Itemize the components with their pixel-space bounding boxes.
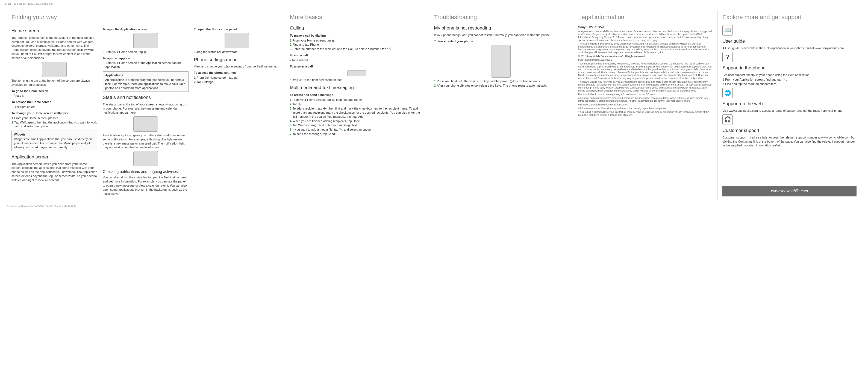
force-restart-step-1: Press and hold both the volume up key an… (434, 79, 568, 83)
answer-call-illustration (347, 70, 366, 76)
msg-step-3: To add a recipient, tap ➕, then find and… (290, 106, 424, 119)
msg-step-4: When you are finished adding recipients,… (290, 119, 424, 123)
access-settings-step-2: Tap Settings. (194, 80, 280, 84)
legal-body-1: Google Play™ is not available in all cou… (578, 30, 712, 42)
force-restart-step-2: After your phone vibrates once, release … (434, 84, 568, 88)
heading-open-app-screen: To open the Application screen (103, 27, 188, 31)
application-screen-description: The Application screen, which you open f… (11, 162, 97, 182)
heading-answer-call: To answer a call (290, 64, 424, 68)
customer-support-description: Customer support – if all else fails. Ac… (722, 135, 857, 148)
heading-end-call: To end a call (290, 53, 424, 57)
heading-open-notification-panel: To open the Notification panel (194, 27, 280, 31)
heading-go-home: To go to the Home screen (11, 89, 97, 93)
preflight-footer: Preflighted by ▮ Elanders ☑ PASSED ☐ FAI… (0, 203, 868, 210)
legal-body-6: All product and company names mentioned … (578, 97, 712, 102)
heading-open-application: To open an application (103, 56, 188, 60)
legal-body-7: Visit www.sonymobile.com for more inform… (578, 103, 712, 106)
wallpaper-step-1: From your Home screen, press ≡. (11, 116, 97, 120)
col-apps-and-status: To open the Application screen From your… (103, 25, 188, 197)
status-description: The status bar at the top of your screen… (103, 102, 188, 115)
heading-support-phone: Support in the phone (722, 65, 857, 71)
legal-body-5: Remove the back cover to see regulatory … (578, 93, 712, 96)
panel-title: Legal information (578, 13, 712, 21)
msg-step-2: Tap ✎. (290, 102, 424, 106)
legal-body-3: Your mobile phone has the capability to … (578, 62, 712, 80)
dial-step-3: Enter the number of the recipient and ta… (290, 47, 424, 51)
heading-customer-support: Customer support (722, 128, 857, 134)
heading-force-restart: To force restart your phone (434, 39, 568, 43)
answer-call-step: Drag ☏ to the right across the screen. (290, 78, 424, 82)
col-notification-settings: To open the Notification panel Drag the … (194, 25, 280, 197)
panel-more-basics: More basics Calling To make a call by di… (285, 10, 429, 200)
heading-access-settings: To access the phone settings (194, 71, 280, 75)
heading-calling: Calling (290, 25, 424, 31)
notification-panel-illustration (225, 33, 249, 49)
legal-copyright: © 2012 Sony Mobile Communications AB. Al… (578, 55, 712, 58)
panel-explore-support: Explore more and get support 📖 User guid… (717, 10, 862, 200)
wallpaper-step-2: Tap Wallpapers, then tap the application… (11, 121, 97, 129)
support-web-description: Visit www.sonymobile.com to access a ran… (722, 109, 857, 113)
widgets-box-body: Widgets are small applications that you … (14, 137, 95, 149)
home-screen-caption: The items in the bar at the bottom of th… (11, 79, 97, 87)
open-application-step: From your Home screen or the Application… (103, 61, 188, 69)
go-home-step: Press ⌂. (11, 94, 97, 98)
heading-not-responding: My phone is not responding (434, 25, 568, 31)
access-settings-step-1: From the Home screen, tap ▦. (194, 76, 280, 80)
heading-support-web: Support on the web (722, 101, 857, 107)
panel-troubleshooting: Troubleshooting My phone is not respondi… (429, 10, 574, 200)
browse-home-step: Flick right or left. (11, 105, 97, 109)
open-app-screen-step: From your Home screen, tap ▦. (103, 50, 188, 54)
legal-body-2: This Startup guide is published by Sony … (578, 42, 712, 54)
heading-create-send-message: To create and send a message (290, 93, 424, 97)
msg-step-6: If you want to add a media file, tap 📎 a… (290, 128, 424, 132)
not-responding-description: If your phone hangs, or if you cannot re… (434, 33, 568, 37)
panel-title: More basics (290, 13, 424, 21)
notification-light-illustration (133, 151, 158, 166)
support-phone-step-2: Find and tap the required support item. (722, 82, 857, 86)
end-call-step: Tap End call. (290, 58, 424, 62)
heading-status-notifications: Status and notifications (103, 95, 188, 101)
home-screen-description: Your phone Home screen is the equivalent… (11, 36, 97, 60)
support-phone-description: Get user support directly in your phone … (722, 73, 857, 77)
applications-box-body: An application is a phone program that h… (105, 78, 186, 90)
settings-description: View and change your phone settings from… (194, 64, 280, 68)
heading-model: Sony ST27i/ST27a (578, 25, 712, 29)
legal-body-9: This product is protected by certain int… (578, 111, 712, 116)
legal-body-4: This Startup guide may reference service… (578, 81, 712, 92)
heading-multimedia-messaging: Multimedia and text messaging (290, 85, 424, 91)
legal-pubnum: Publication number: 1262-3861.1 (578, 59, 712, 61)
status-bar-illustration (133, 116, 158, 132)
app-screen-illustration (133, 33, 158, 49)
panel-title: Finding your way (11, 13, 280, 21)
applications-box-title: Applications (105, 73, 186, 77)
panel-title: Troubleshooting (434, 13, 568, 21)
heading-change-wallpaper: To change your Home screen wallpaper (11, 111, 97, 115)
col-home-screen: Home screen Your phone Home screen is th… (11, 25, 97, 197)
widgets-info-box: Widgets Widgets are small applications t… (11, 131, 97, 151)
panel-finding-your-way: Finding your way Home screen Your phone … (6, 10, 285, 200)
legal-body-8: All illustrations are for illustration o… (578, 107, 712, 110)
dial-step-1: From your Home screen, tap ▦. (290, 38, 424, 42)
headset-icon: 🎧 (722, 115, 733, 125)
support-phone-step-1: From your Application screen, find and t… (722, 78, 857, 82)
heading-make-call: To make a call by dialling (290, 34, 424, 38)
heading-application-screen: Application screen (11, 154, 97, 160)
booklet-spread: Finding your way Home screen Your phone … (0, 8, 868, 203)
dial-step-2: Find and tap Phone. (290, 42, 424, 47)
user-guide-description: A User guide is available in the Help ap… (722, 46, 857, 50)
msg-step-5: Tap Write message and enter your message… (290, 123, 424, 127)
widgets-box-title: Widgets (14, 132, 95, 136)
notification-light-description: A notification light also gives you batt… (103, 133, 188, 149)
book-icon: 📖 (722, 25, 733, 35)
panel-title: Explore more and get support (722, 13, 857, 21)
heading-checking-notifications: Checking notifications and ongoing activ… (103, 169, 188, 174)
globe-icon: 🌐 (722, 88, 733, 98)
heading-home-screen: Home screen (11, 28, 97, 34)
force-restart-illustration (492, 45, 510, 78)
open-notification-step: Drag the status bar downwards. (194, 50, 280, 54)
heading-browse-home: To browse the Home screen (11, 100, 97, 104)
heading-user-guide: User guide (722, 38, 857, 44)
applications-info-box: Applications An application is a phone p… (103, 71, 188, 92)
file-header: ST27i__Booklet_EN_1262-3861.1.pdf 2 of 2 (0, 0, 868, 8)
help-phone-icon: ? (722, 52, 733, 62)
